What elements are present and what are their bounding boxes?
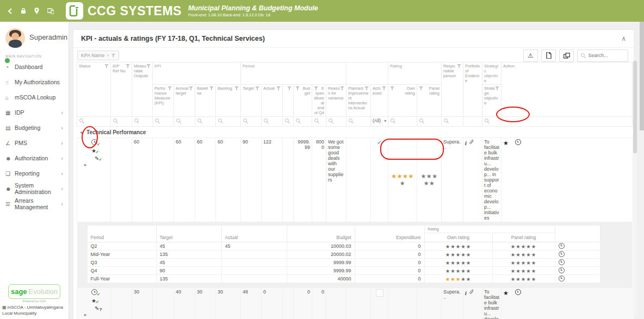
back-icon[interactable] bbox=[8, 8, 13, 14]
filter-icon[interactable] bbox=[495, 86, 499, 90]
info-icon[interactable]: i bbox=[465, 290, 467, 296]
lock-icon[interactable] bbox=[21, 8, 26, 14]
sidebar-item-idp[interactable]: ▦ IDP › bbox=[0, 105, 69, 120]
kpi-row-2[interactable]: ✔★✔ ✎? ▸ 30 40 30 30 48 0 0 0 bbox=[77, 288, 633, 319]
filter-cell-budget[interactable] bbox=[294, 117, 312, 127]
panel-rating-stars[interactable]: ★★★★★ bbox=[417, 288, 442, 319]
paperclip-icon[interactable] bbox=[469, 289, 474, 295]
sidebar-item-budgeting[interactable]: ▤ Budgeting › bbox=[0, 120, 69, 135]
ccg-logo-icon[interactable] bbox=[66, 2, 83, 20]
filter-cell-strategic[interactable] bbox=[482, 117, 501, 127]
sidebar-item-pms[interactable]: ∠ PMS › bbox=[0, 135, 69, 151]
devices-icon[interactable] bbox=[47, 8, 54, 14]
column-chooser-button[interactable] bbox=[559, 49, 574, 62]
filter-icon[interactable] bbox=[189, 86, 193, 90]
detail-col-actual[interactable]: Actual bbox=[221, 226, 287, 242]
col-header-annual-target[interactable]: Annual target bbox=[174, 85, 195, 117]
own-rating-stars[interactable]: ★★★★★ bbox=[388, 138, 417, 222]
window-vertical-scrollbar[interactable] bbox=[640, 22, 644, 319]
col-header-status[interactable]: Status bbox=[77, 62, 111, 117]
col-header-measurable-outputs[interactable]: Measurable Outputs bbox=[132, 62, 153, 117]
detail-col-panel-rating[interactable]: Panel rating bbox=[492, 233, 555, 242]
own-rating-stars[interactable]: ★★★★★ bbox=[388, 288, 417, 319]
achieved-checkbox[interactable]: ✔ bbox=[371, 138, 388, 222]
detail-own-rating-stars[interactable]: ★★★★★ bbox=[424, 259, 492, 267]
filter-cell-annual[interactable] bbox=[174, 117, 195, 127]
expand-row-icon[interactable]: ▸ bbox=[84, 162, 87, 167]
detail-own-rating-stars[interactable]: ★★★★★ bbox=[424, 275, 492, 283]
rate-action-icon[interactable]: ★ bbox=[503, 140, 509, 146]
filter-cell-backlog[interactable] bbox=[216, 117, 241, 127]
filter-cell-baseline[interactable] bbox=[195, 117, 216, 127]
col-header-responsible-person[interactable]: Responsible person bbox=[442, 62, 463, 117]
detail-col-expenditure[interactable]: Expenditure bbox=[355, 226, 424, 242]
col-header-expenditure-q4[interactable]: Expenditure at end of Q4 bbox=[312, 85, 326, 117]
detail-own-rating-stars[interactable]: ★★★★★ bbox=[424, 267, 492, 275]
achieved-checkbox[interactable] bbox=[371, 288, 388, 319]
kpi-row-1[interactable]: ✔★✔ ✎✔ ▸ 60 60 60 60 90 122 9999.99 8 bbox=[77, 138, 633, 222]
detail-col-target[interactable]: Target bbox=[156, 226, 221, 242]
col-header-backlog[interactable]: Backlog bbox=[216, 85, 241, 117]
detail-panel-rating-stars[interactable]: ★★★★★ bbox=[492, 259, 555, 267]
history-icon[interactable] bbox=[559, 243, 565, 249]
detail-col-budget[interactable]: Budget bbox=[287, 226, 355, 242]
col-header-portfolio-of-evidence[interactable]: Portfolio of Evidence bbox=[463, 62, 482, 117]
sidebar-item-reporting[interactable]: ❏ Reporting › bbox=[0, 166, 69, 181]
history-icon[interactable] bbox=[559, 259, 565, 265]
filter-cell-expenditure[interactable] bbox=[312, 117, 326, 127]
validation-warnings-button[interactable]: ⚠ bbox=[523, 49, 538, 62]
detail-panel-rating-stars[interactable]: ★★★★★ bbox=[492, 275, 555, 283]
col-header-blank[interactable] bbox=[283, 85, 294, 117]
filter-cell-performance[interactable] bbox=[153, 117, 174, 127]
export-button[interactable] bbox=[541, 49, 556, 62]
filter-cell-actual[interactable] bbox=[262, 117, 283, 127]
filter-cell-reason[interactable] bbox=[326, 117, 346, 127]
filter-icon[interactable] bbox=[457, 64, 461, 68]
filter-icon[interactable] bbox=[382, 86, 386, 90]
filter-icon[interactable] bbox=[126, 64, 130, 68]
col-header-achieved[interactable]: Achieved bbox=[371, 85, 388, 117]
detail-col-period[interactable]: Period bbox=[87, 226, 156, 242]
rate-action-icon[interactable]: ★ bbox=[503, 290, 509, 296]
history-icon[interactable] bbox=[559, 251, 565, 257]
col-header-idp-ref[interactable]: IDP Ref No. bbox=[111, 62, 132, 117]
scrollbar-thumb[interactable] bbox=[633, 61, 637, 153]
filter-cell-blank[interactable] bbox=[283, 117, 294, 127]
group-by-chip-kpa-name[interactable]: KPA Name ↑ bbox=[77, 51, 119, 60]
history-icon[interactable] bbox=[559, 267, 565, 273]
filter-cell-target[interactable] bbox=[241, 117, 262, 127]
col-header-target[interactable]: Target bbox=[241, 85, 262, 117]
filter-cell-panel-rating[interactable] bbox=[417, 117, 442, 127]
filter-cell-status[interactable] bbox=[77, 117, 111, 127]
sidebar-item-my-authorizations[interactable]: ☝ My Authorizations bbox=[0, 74, 69, 90]
grid-vertical-scrollbar[interactable] bbox=[633, 61, 637, 316]
col-header-strategic-objective[interactable]: Strategic objective bbox=[482, 85, 501, 117]
col-header-baseline[interactable]: Baseline bbox=[195, 85, 216, 117]
col-header-own-rating[interactable]: Own rating bbox=[388, 85, 417, 117]
history-action-icon[interactable] bbox=[515, 139, 521, 145]
filter-icon[interactable] bbox=[340, 86, 344, 90]
detail-col-own-rating[interactable]: Own rating bbox=[424, 233, 492, 242]
filter-icon[interactable] bbox=[276, 86, 281, 90]
filter-icon[interactable] bbox=[419, 86, 423, 90]
col-header-performance-measure[interactable]: Performance Measure (KPI) bbox=[153, 85, 174, 117]
filter-icon[interactable] bbox=[390, 86, 394, 90]
detail-panel-rating-stars[interactable]: ★★★★★ bbox=[492, 267, 555, 275]
collapse-panel-icon[interactable]: ∧ bbox=[621, 35, 626, 42]
group-row-technical-performance[interactable]: ▾Technical Performance bbox=[77, 127, 633, 138]
panel-rating-stars[interactable]: ★★★★★ bbox=[417, 138, 442, 222]
filter-icon[interactable] bbox=[146, 64, 151, 68]
expand-row-icon[interactable]: ▸ bbox=[84, 312, 87, 317]
filter-icon[interactable] bbox=[255, 86, 259, 90]
col-header-budget[interactable]: Budget bbox=[294, 85, 312, 117]
sidebar-item-mscoa-lookup[interactable]: ⌂ mSCOA Lookup bbox=[0, 90, 69, 105]
filter-icon[interactable] bbox=[314, 86, 318, 90]
detail-panel-rating-stars[interactable]: ★★★★★ bbox=[492, 251, 555, 259]
filter-icon[interactable] bbox=[104, 64, 109, 68]
col-header-actual[interactable]: Actual bbox=[262, 85, 283, 117]
collapse-group-icon[interactable]: ▾ bbox=[81, 130, 83, 135]
filter-icon[interactable] bbox=[287, 86, 292, 90]
filter-icon[interactable] bbox=[364, 86, 369, 90]
filter-icon[interactable] bbox=[234, 86, 239, 90]
col-header-panel-rating[interactable]: Panel rating bbox=[417, 85, 442, 117]
